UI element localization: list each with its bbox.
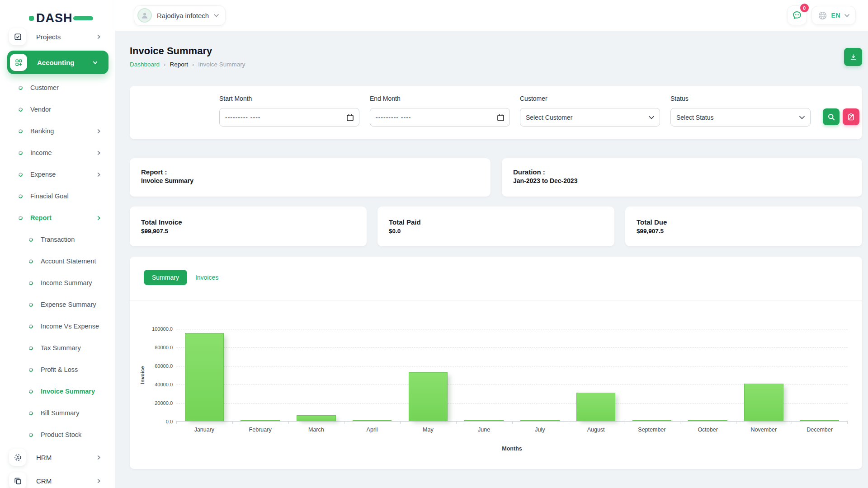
bar-august xyxy=(576,393,616,421)
sidebar-item-expense-summary[interactable]: Expense Summary xyxy=(0,294,115,315)
sidebar-item-finacial-goal[interactable]: Finacial Goal xyxy=(0,185,115,207)
sidebar-item-invoice-summary[interactable]: Invoice Summary xyxy=(0,380,115,402)
status-label: Status xyxy=(670,95,811,102)
bullet-icon xyxy=(18,107,24,112)
bullet-icon xyxy=(18,85,24,90)
total-value: $0.0 xyxy=(389,228,603,235)
chart-slot-may: May xyxy=(400,329,456,421)
chart-slot-july: July xyxy=(512,329,568,421)
chevron-down-icon xyxy=(799,116,805,119)
status-group: Status Select Status xyxy=(670,95,811,127)
start-month-input[interactable]: --------- ---- xyxy=(219,108,359,127)
bar-november xyxy=(744,384,783,421)
clear-filter-icon xyxy=(848,113,854,121)
chevron-right-icon xyxy=(96,479,101,483)
breadcrumb-item-invoice-summary: Invoice Summary xyxy=(198,61,245,68)
sidebar-item-banking[interactable]: Banking xyxy=(0,120,115,142)
axis-tick xyxy=(288,421,289,424)
download-report-button[interactable] xyxy=(844,48,862,66)
bar-january xyxy=(185,333,224,421)
search-icon xyxy=(828,113,835,121)
logo-dot-icon xyxy=(29,16,34,21)
tab-invoices[interactable]: Invoices xyxy=(195,274,218,281)
globe-icon xyxy=(818,11,827,20)
crm-copy-icon xyxy=(9,472,26,488)
total-card-total-invoice: Total Invoice$99,907.5 xyxy=(130,206,367,246)
bullet-icon xyxy=(28,302,34,307)
chart-slot-september: September xyxy=(624,329,680,421)
sidebar-item-label: CRM xyxy=(36,477,52,485)
sidebar-item-vendor[interactable]: Vendor xyxy=(0,99,115,120)
company-selector[interactable]: Rajodiya infotech xyxy=(134,5,226,26)
sidebar-item-label: Expense Summary xyxy=(41,301,96,308)
axis-tick xyxy=(680,421,680,424)
y-tick-label: 80000.0 xyxy=(155,345,173,350)
sidebar-item-profit-loss[interactable]: Profit & Loss xyxy=(0,359,115,380)
breadcrumb: Dashboard›Report›Invoice Summary xyxy=(130,61,862,68)
sidebar-item-accounting[interactable]: Accounting xyxy=(7,51,108,74)
axis-tick xyxy=(344,421,344,424)
sidebar-item-income[interactable]: Income xyxy=(0,142,115,164)
x-tick-label: March xyxy=(288,427,344,433)
bullet-icon xyxy=(28,280,34,286)
sidebar-item-bill-summary[interactable]: Bill Summary xyxy=(0,402,115,424)
calendar-icon xyxy=(497,114,504,121)
x-tick-label: July xyxy=(512,427,568,433)
total-label: Total Invoice xyxy=(141,218,355,226)
tab-summary[interactable]: Summary xyxy=(144,270,187,285)
apply-filter-button[interactable] xyxy=(823,108,840,125)
start-month-label: Start Month xyxy=(219,95,359,102)
axis-tick xyxy=(232,421,233,424)
chevron-down-icon xyxy=(93,60,98,65)
company-avatar-icon xyxy=(137,8,152,23)
sidebar-item-expense[interactable]: Expense xyxy=(0,164,115,185)
sidebar-item-account-statement[interactable]: Account Statement xyxy=(0,250,115,272)
page-title: Invoice Summary xyxy=(130,45,862,57)
end-month-input[interactable]: --------- ---- xyxy=(370,108,510,127)
sidebar-item-hrm[interactable]: HRM xyxy=(0,446,115,469)
breadcrumb-item-dashboard[interactable]: Dashboard xyxy=(130,61,160,68)
chevron-down-icon xyxy=(649,116,654,119)
messages-button[interactable]: 0 xyxy=(787,5,807,25)
bar-june xyxy=(464,420,504,421)
chart-slot-october: October xyxy=(680,329,736,421)
sidebar-item-product-stock[interactable]: Product Stock xyxy=(0,424,115,446)
filter-panel: Start Month --------- ---- End Month ---… xyxy=(130,86,862,139)
chart-slot-august: August xyxy=(568,329,624,421)
sidebar-item-label: Profit & Loss xyxy=(41,366,78,373)
breadcrumb-item-report[interactable]: Report xyxy=(170,61,188,68)
bullet-icon xyxy=(18,172,24,177)
breadcrumb-separator-icon: › xyxy=(164,61,165,68)
reset-filter-button[interactable] xyxy=(843,108,859,125)
app-logo[interactable]: DASH xyxy=(0,0,115,26)
logo-dash-icon xyxy=(73,16,93,20)
x-tick-label: January xyxy=(176,427,232,433)
sidebar-item-tax-summary[interactable]: Tax Summary xyxy=(0,337,115,359)
sidebar-item-transaction[interactable]: Transaction xyxy=(0,229,115,250)
bullet-icon xyxy=(28,237,34,242)
chevron-right-icon xyxy=(96,455,101,460)
sidebar-item-crm[interactable]: CRM xyxy=(0,469,115,488)
axis-tick xyxy=(400,421,401,424)
status-select[interactable]: Select Status xyxy=(670,108,811,127)
sidebar-item-report[interactable]: Report xyxy=(0,207,115,229)
x-tick-label: June xyxy=(456,427,512,433)
bullet-icon xyxy=(28,345,34,351)
logo-text: DASH xyxy=(36,11,73,25)
sidebar-item-income-summary[interactable]: Income Summary xyxy=(0,272,115,294)
report-info-row: Report : Invoice Summary Duration : Jan-… xyxy=(130,158,862,197)
bullet-icon xyxy=(28,389,34,394)
customer-select[interactable]: Select Customer xyxy=(520,108,660,127)
sidebar-item-customer[interactable]: Customer xyxy=(0,77,115,99)
bar-april xyxy=(353,420,392,421)
y-tick-label: 0.0 xyxy=(166,419,173,424)
calendar-icon xyxy=(347,114,354,121)
axis-tick xyxy=(624,421,624,424)
report-value: Invoice Summary xyxy=(141,177,479,184)
y-tick-label: 40000.0 xyxy=(155,382,173,387)
language-selector[interactable]: EN xyxy=(811,6,856,25)
chart-slot-november: November xyxy=(736,329,792,421)
sidebar-item-income-vs-expense[interactable]: Income Vs Expense xyxy=(0,315,115,337)
sidebar-item-projects[interactable]: Projects xyxy=(0,25,115,48)
x-tick-label: August xyxy=(568,427,624,433)
